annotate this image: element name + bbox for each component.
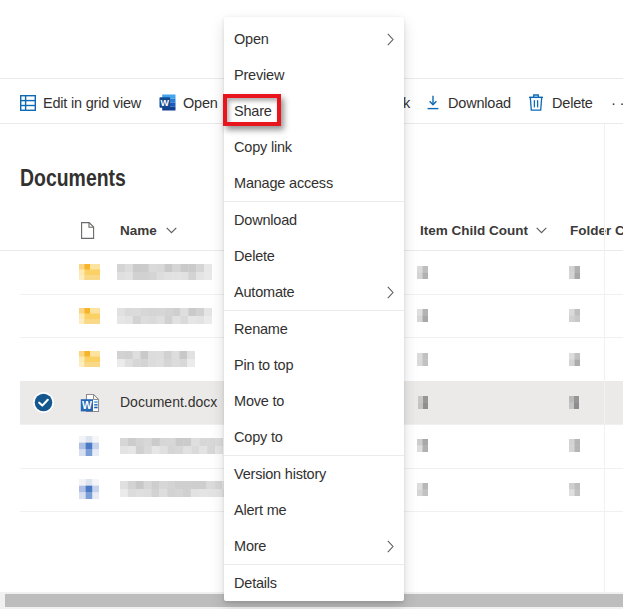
svg-text:W: W xyxy=(82,399,92,411)
svg-text:W: W xyxy=(161,98,170,108)
